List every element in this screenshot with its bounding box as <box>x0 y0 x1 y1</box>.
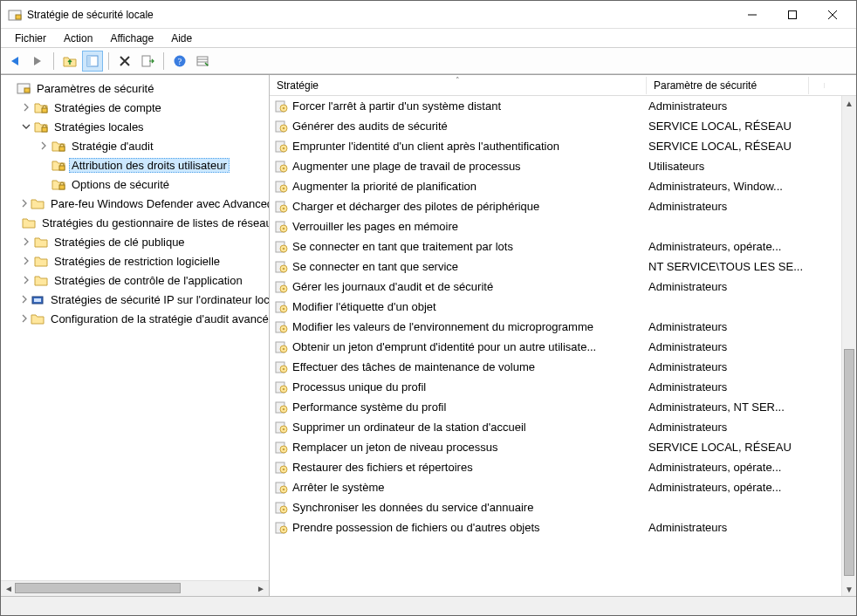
chevron-right-icon[interactable] <box>38 140 50 152</box>
folder-icon <box>34 254 48 268</box>
policy-item-icon <box>273 300 289 314</box>
list-vertical-scrollbar[interactable]: ▲ ▼ <box>841 96 856 596</box>
scroll-down-icon[interactable]: ▼ <box>842 582 856 596</box>
folder-locked-icon <box>51 177 65 191</box>
tree-item[interactable]: Stratégies de clé publique <box>1 232 269 251</box>
show-hide-tree-button[interactable] <box>82 51 103 72</box>
menu-help[interactable]: Aide <box>162 31 201 46</box>
list-row[interactable]: Restaurer des fichiers et répertoiresAdm… <box>270 457 856 477</box>
tree-item[interactable]: Options de sécurité <box>1 175 269 194</box>
tree-horizontal-scrollbar[interactable]: ◄ ► <box>1 580 269 596</box>
folder-icon <box>34 273 48 287</box>
policy-setting: Administrateurs, opérate... <box>647 481 809 494</box>
list-row[interactable]: Se connecter en tant que traitement par … <box>270 236 856 257</box>
back-button[interactable] <box>4 51 25 72</box>
ipsec-icon <box>31 292 45 306</box>
tree-root[interactable]: Paramètres de sécurité <box>1 79 269 98</box>
delete-button[interactable] <box>114 51 135 72</box>
list-row[interactable]: Supprimer un ordinateur de la station d'… <box>270 417 856 437</box>
list-row[interactable]: Gérer les journaux d'audit et de sécurit… <box>270 277 856 297</box>
tree-item[interactable]: Stratégies de restriction logicielle <box>1 251 269 270</box>
list-row[interactable]: Synchroniser les données du service d'an… <box>270 497 856 517</box>
help-button[interactable]: ? <box>169 51 190 72</box>
list-row[interactable]: Forcer l'arrêt à partir d'un système dis… <box>270 96 856 116</box>
toolbar-separator <box>108 52 109 70</box>
list-row[interactable]: Augmenter la priorité de planificationAd… <box>270 176 856 196</box>
list-row[interactable]: Processus unique du profilAdministrateur… <box>270 377 856 397</box>
export-list-button[interactable] <box>137 51 158 72</box>
scroll-up-icon[interactable]: ▲ <box>842 96 856 110</box>
forward-button[interactable] <box>27 51 48 72</box>
list-row[interactable]: Arrêter le systèmeAdministrateurs, opéra… <box>270 477 856 497</box>
chevron-down-icon[interactable] <box>20 120 32 133</box>
tree-item[interactable]: Stratégies locales <box>1 117 269 136</box>
menu-file[interactable]: Fichier <box>6 31 55 46</box>
policy-item-icon <box>273 200 289 214</box>
main-content: Paramètres de sécurité Stratégies de com… <box>1 74 856 596</box>
tree-item[interactable]: Stratégies de compte <box>1 98 269 117</box>
chevron-right-icon[interactable] <box>20 101 32 113</box>
toolbar-separator <box>53 52 54 70</box>
list-row[interactable]: Effectuer des tâches de maintenance de v… <box>270 357 856 377</box>
tree-item[interactable]: Stratégies de sécurité IP sur l'ordinate… <box>1 290 269 309</box>
toolbar-separator <box>163 52 164 70</box>
details-view-button[interactable] <box>192 51 213 72</box>
tree-item-label: Stratégies locales <box>51 120 147 134</box>
chevron-right-icon[interactable] <box>20 255 32 267</box>
chevron-right-icon[interactable] <box>20 312 29 325</box>
policy-name: Supprimer un ordinateur de la station d'… <box>292 421 526 434</box>
list-row[interactable]: Se connecter en tant que serviceNT SERVI… <box>270 257 856 277</box>
policy-setting: Administrateurs <box>647 360 809 373</box>
tree-item[interactable]: Stratégies du gestionnaire de listes de … <box>1 213 269 232</box>
chevron-right-icon[interactable] <box>20 236 32 248</box>
folder-locked-icon <box>34 100 48 114</box>
chevron-down-icon[interactable] <box>3 82 15 94</box>
policy-item-icon <box>273 340 289 354</box>
tree-item-label: Pare-feu Windows Defender avec Advanced … <box>48 196 269 211</box>
chevron-right-icon[interactable] <box>20 293 29 305</box>
list-body[interactable]: Forcer l'arrêt à partir d'un système dis… <box>270 96 856 596</box>
svg-rect-11 <box>142 56 150 66</box>
policy-item-icon <box>273 99 289 113</box>
scroll-right-icon[interactable]: ► <box>255 584 267 593</box>
up-level-button[interactable] <box>59 51 80 72</box>
close-button[interactable] <box>812 2 853 28</box>
scroll-left-icon[interactable]: ◄ <box>3 584 15 593</box>
list-header: Stratégie Paramètre de sécurité <box>270 75 856 96</box>
column-header-setting[interactable]: Paramètre de sécurité <box>647 77 809 94</box>
column-header-policy[interactable]: Stratégie <box>270 77 647 94</box>
list-row[interactable]: Remplacer un jeton de niveau processusSE… <box>270 437 856 457</box>
minimize-button[interactable] <box>732 2 772 28</box>
tree-item[interactable]: Attribution des droits utilisateur <box>1 155 269 175</box>
list-row[interactable]: Augmenter une plage de travail de proces… <box>270 156 856 176</box>
tree-item[interactable]: Pare-feu Windows Defender avec Advanced … <box>1 194 269 213</box>
list-row[interactable]: Modifier les valeurs de l'environnement … <box>270 317 856 337</box>
menu-action[interactable]: Action <box>55 31 101 46</box>
tree-body[interactable]: Paramètres de sécurité Stratégies de com… <box>1 75 269 580</box>
list-row[interactable]: Emprunter l'identité d'un client après l… <box>270 136 856 156</box>
tree-item-label: Configuration de la stratégie d'audit av… <box>48 311 269 326</box>
tree-item[interactable]: Stratégies de contrôle de l'application <box>1 270 269 290</box>
menu-view[interactable]: Affichage <box>101 31 162 46</box>
list-row[interactable]: Performance système du profilAdministrat… <box>270 397 856 417</box>
list-row[interactable]: Générer des audits de sécuritéSERVICE LO… <box>270 116 856 136</box>
list-row[interactable]: Modifier l'étiquette d'un objet <box>270 297 856 317</box>
chevron-right-icon[interactable] <box>20 274 32 286</box>
list-row[interactable]: Obtenir un jeton d'emprunt d'identité po… <box>270 337 856 357</box>
maximize-button[interactable] <box>772 2 812 28</box>
policy-setting: Administrateurs, opérate... <box>647 240 809 253</box>
list-row[interactable]: Prendre possession de fichiers ou d'autr… <box>270 517 856 537</box>
chevron-right-icon[interactable] <box>20 197 29 209</box>
policy-name: Forcer l'arrêt à partir d'un système dis… <box>292 99 501 113</box>
policy-name: Verrouiller les pages en mémoire <box>292 220 458 233</box>
tree-item[interactable]: Stratégie d'audit <box>1 136 269 155</box>
scrollbar-thumb[interactable] <box>844 349 854 576</box>
tree-item[interactable]: Configuration de la stratégie d'audit av… <box>1 309 269 328</box>
column-header-spacer <box>809 83 825 88</box>
list-row[interactable]: Charger et décharger des pilotes de péri… <box>270 196 856 216</box>
policy-setting: Administrateurs <box>647 99 809 113</box>
scrollbar-thumb[interactable] <box>15 583 181 593</box>
list-row[interactable]: Verrouiller les pages en mémoire <box>270 216 856 236</box>
policy-item-icon <box>273 461 289 475</box>
policy-name: Augmenter la priorité de planification <box>292 180 476 193</box>
